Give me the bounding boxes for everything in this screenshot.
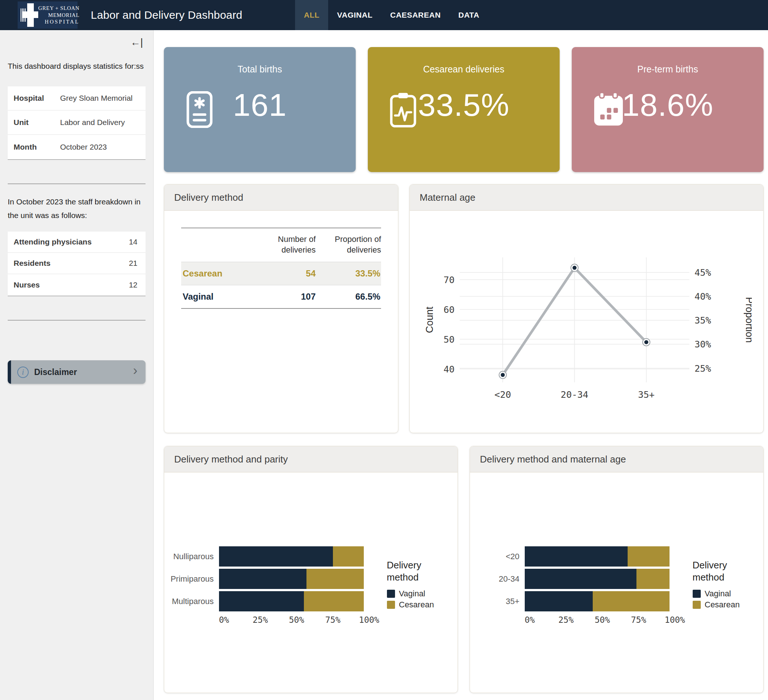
sidebar-divider bbox=[8, 320, 146, 320]
bar-row: 20-34 bbox=[475, 569, 675, 589]
left-axis-tick: 70 bbox=[443, 275, 454, 285]
legend-item: Vaginal bbox=[693, 589, 759, 599]
logo-line1: GREY + SLOAN bbox=[38, 5, 79, 12]
panel-title: Maternal age bbox=[410, 184, 763, 211]
x-axis-tick: <20 bbox=[494, 389, 511, 400]
legend-swatch-icon bbox=[693, 601, 701, 609]
bar-segment-vaginal bbox=[525, 591, 593, 611]
bar-segment-cesarean bbox=[306, 569, 364, 589]
tab-vaginal[interactable]: VAGINAL bbox=[328, 0, 381, 30]
x-axis-tick: 35+ bbox=[638, 389, 654, 400]
info-label: Unit bbox=[8, 118, 60, 127]
x-axis-tick: 100% bbox=[359, 615, 379, 625]
bar-category-label: Nulliparous bbox=[169, 552, 219, 561]
data-point-core bbox=[501, 373, 505, 377]
maternal-age-chart: 4050607025%30%35%40%45%<2020-3435+CountP… bbox=[410, 211, 763, 433]
bar-segment-vaginal bbox=[525, 546, 628, 567]
chevron-right-icon: › bbox=[133, 364, 138, 377]
bar-category-label: 20-34 bbox=[475, 574, 525, 584]
legend-item: Cesarean bbox=[693, 600, 759, 610]
bar-track bbox=[219, 546, 364, 567]
bar-segment-vaginal bbox=[219, 569, 307, 589]
bar-row: Nulliparous bbox=[169, 546, 369, 567]
legend-swatch-icon bbox=[693, 590, 701, 598]
left-axis-title: Count bbox=[424, 306, 435, 333]
info-row-hospital: Hospital Grey Sloan Memorial bbox=[8, 86, 146, 111]
bar-segment-cesarean bbox=[333, 546, 364, 567]
bar-track bbox=[525, 546, 670, 567]
sidebar-divider bbox=[8, 183, 146, 184]
right-axis-title: Proportion bbox=[744, 297, 752, 343]
staff-intro-text: In October 2023 the staff breakdown in t… bbox=[8, 195, 146, 223]
legend-label: Vaginal bbox=[399, 589, 426, 599]
x-axis-tick: 25% bbox=[253, 615, 268, 625]
info-value: October 2023 bbox=[60, 143, 107, 152]
card-value: 33.5% bbox=[368, 87, 560, 123]
bar-category-label: <20 bbox=[475, 552, 525, 561]
card-cesarean-deliveries: Cesarean deliveries 33.5% bbox=[368, 47, 560, 172]
legend-item: Cesarean bbox=[387, 600, 453, 610]
x-axis-tick: 75% bbox=[631, 615, 646, 625]
staff-label: Attending physicians bbox=[8, 237, 129, 246]
card-title: Total births bbox=[164, 64, 356, 75]
tab-data[interactable]: DATA bbox=[450, 0, 488, 30]
tab-caesarean[interactable]: CAESAREAN bbox=[381, 0, 450, 30]
bar-track bbox=[219, 569, 364, 589]
sidebar-intro-text: This dashboard displays statistics for:s… bbox=[8, 59, 146, 73]
card-title: Pre-term births bbox=[572, 64, 763, 75]
legend-swatch-icon bbox=[387, 601, 395, 609]
table-header-row: Number of deliveries Proportion of deliv… bbox=[181, 228, 381, 262]
legend-title: Delivery method bbox=[387, 559, 435, 583]
sidebar: ←| This dashboard displays statistics fo… bbox=[0, 30, 154, 700]
logo-line2: MEMORIAL bbox=[38, 12, 79, 19]
delivery-parity-chart: NulliparousPrimiparousMultiparous0%25%50… bbox=[164, 473, 458, 693]
bar-segment-cesarean bbox=[593, 591, 669, 611]
card-value: 161 bbox=[164, 87, 356, 123]
sidebar-collapse-icon[interactable]: ←| bbox=[130, 37, 143, 48]
right-axis-tick: 45% bbox=[694, 267, 711, 278]
bar-category-label: Primiparous bbox=[169, 574, 219, 584]
disclaimer-label: Disclaimer bbox=[34, 367, 77, 377]
bar-segment-vaginal bbox=[525, 569, 637, 589]
hospital-cross-icon bbox=[21, 3, 38, 27]
data-point-core bbox=[644, 340, 648, 344]
main-nav: ALL VAGINAL CAESAREAN DATA bbox=[295, 0, 488, 30]
bar-track bbox=[219, 591, 364, 611]
table-row-vaginal: Vaginal 107 66.5% bbox=[181, 285, 381, 308]
delivery-age-panel: Delivery method and maternal age <2020-3… bbox=[470, 446, 763, 693]
tab-all[interactable]: ALL bbox=[295, 0, 328, 30]
info-icon: i bbox=[17, 367, 29, 378]
panel-title: Delivery method bbox=[164, 184, 398, 211]
kpi-cards: Total births 161 Cesarean deliveries bbox=[164, 47, 763, 172]
bar-segment-vaginal bbox=[219, 591, 304, 611]
card-total-births: Total births 161 bbox=[164, 47, 356, 172]
bar-segment-vaginal bbox=[219, 546, 333, 567]
row-label: Cesarean bbox=[181, 268, 261, 279]
row-count: 54 bbox=[261, 268, 316, 279]
bars-plot: <2020-3435+0%25%50%75%100% bbox=[475, 546, 675, 624]
page-title: Labor and Delivery Dashboard bbox=[91, 9, 243, 21]
card-preterm-births: Pre-term births 18.6% bbox=[572, 47, 763, 172]
info-label: Month bbox=[8, 143, 60, 152]
data-point-core bbox=[573, 266, 576, 270]
legend-title: Delivery method bbox=[693, 559, 741, 583]
hospital-logo-text: GREY + SLOAN MEMORIAL HOSPITAL bbox=[38, 5, 79, 26]
x-axis: 0%25%50%75%100% bbox=[530, 611, 675, 624]
legend: Delivery methodVaginalCesarean bbox=[387, 559, 453, 611]
bars-plot: NulliparousPrimiparousMultiparous0%25%50… bbox=[169, 546, 369, 624]
staff-value: 21 bbox=[129, 259, 146, 268]
legend-swatch-icon bbox=[387, 590, 395, 598]
info-value: Labor and Delivery bbox=[60, 118, 125, 127]
staff-label: Nurses bbox=[8, 280, 129, 289]
info-label: Hospital bbox=[8, 94, 60, 103]
column-header: Number of deliveries bbox=[261, 234, 316, 255]
main-content: Total births 161 Cesarean deliveries bbox=[154, 30, 768, 700]
disclaimer-button[interactable]: i Disclaimer › bbox=[8, 360, 146, 384]
hospital-logo: GREY + SLOAN MEMORIAL HOSPITAL bbox=[18, 2, 78, 29]
x-axis-tick: 100% bbox=[665, 615, 685, 625]
bar-category-label: Multiparous bbox=[169, 597, 219, 606]
legend-label: Vaginal bbox=[705, 589, 731, 599]
delivery-parity-panel: Delivery method and parity NulliparousPr… bbox=[164, 446, 458, 693]
info-row-unit: Unit Labor and Delivery bbox=[8, 111, 146, 135]
delivery-age-chart: <2020-3435+0%25%50%75%100%Delivery metho… bbox=[470, 473, 763, 693]
